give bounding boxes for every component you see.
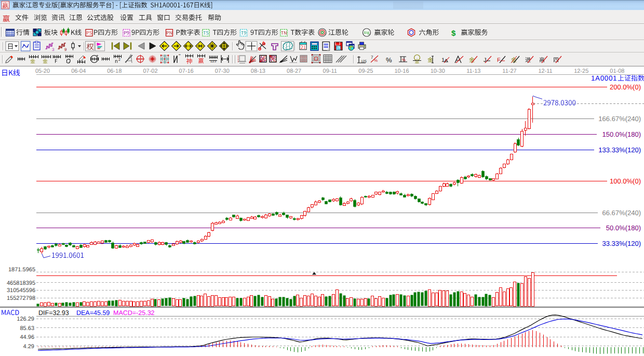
svg-text:01-08: 01-08 — [610, 68, 624, 74]
svg-text:06-04: 06-04 — [71, 68, 86, 74]
svg-text:1871.5965: 1871.5965 — [8, 267, 35, 273]
svg-text:200.0%(0): 200.0%(0) — [610, 83, 641, 91]
svg-text:100.0%(0): 100.0%(0) — [610, 177, 641, 185]
svg-text:%: % — [374, 58, 378, 63]
svg-text:08-27: 08-27 — [287, 68, 301, 74]
svg-text:10-30: 10-30 — [431, 68, 445, 74]
svg-text:155272798: 155272798 — [7, 295, 35, 301]
svg-text:MACD=-25.32: MACD=-25.32 — [113, 309, 155, 317]
svg-text:09-25: 09-25 — [358, 68, 373, 74]
svg-text:465818395: 465818395 — [7, 280, 35, 286]
svg-text:05-20: 05-20 — [35, 68, 50, 74]
svg-text:A: A — [262, 41, 265, 45]
svg-text:1A0001: 1A0001 — [591, 74, 617, 82]
svg-text:09-11: 09-11 — [323, 68, 337, 74]
svg-text:$: $ — [451, 29, 456, 38]
svg-text:2: 2 — [118, 58, 120, 62]
svg-text:DEA=45.59: DEA=45.59 — [76, 309, 110, 317]
svg-text:10-16: 10-16 — [394, 68, 409, 74]
svg-text:11-27: 11-27 — [502, 68, 516, 74]
svg-text:66.67%(240): 66.67%(240) — [602, 209, 641, 217]
svg-text:50.0%(180): 50.0%(180) — [606, 224, 641, 232]
svg-text:07-02: 07-02 — [143, 68, 157, 74]
svg-text:": " — [179, 54, 181, 59]
svg-text:07-16: 07-16 — [179, 68, 194, 74]
svg-text:125: 125 — [361, 60, 367, 63]
svg-text:166.67%(240): 166.67%(240) — [598, 115, 641, 123]
svg-text:310545596: 310545596 — [7, 287, 35, 294]
svg-text:4.29: 4.29 — [23, 344, 34, 350]
svg-text:150.0%(180): 150.0%(180) — [602, 130, 641, 138]
svg-text:07-30: 07-30 — [215, 68, 230, 74]
svg-text:06-18: 06-18 — [107, 68, 122, 74]
svg-text:DIF=32.93: DIF=32.93 — [38, 309, 69, 317]
svg-text:12-11: 12-11 — [538, 68, 552, 74]
svg-text:3: 3 — [52, 47, 55, 52]
svg-text:44.96: 44.96 — [20, 334, 34, 340]
svg-text:12-25: 12-25 — [574, 68, 588, 74]
svg-text:9: 9 — [64, 47, 67, 52]
svg-text:85.63: 85.63 — [20, 325, 34, 332]
svg-text:%: % — [386, 56, 392, 64]
svg-text:126.29: 126.29 — [17, 316, 34, 322]
svg-text:133.33%(120): 133.33%(120) — [598, 146, 641, 154]
svg-text:J: J — [484, 57, 487, 63]
svg-text:33.33%(120): 33.33%(120) — [602, 240, 641, 247]
svg-text:08-13: 08-13 — [251, 68, 265, 74]
svg-text:%: % — [402, 58, 406, 62]
svg-text:7: 7 — [371, 55, 373, 60]
svg-text:11-13: 11-13 — [466, 68, 480, 74]
